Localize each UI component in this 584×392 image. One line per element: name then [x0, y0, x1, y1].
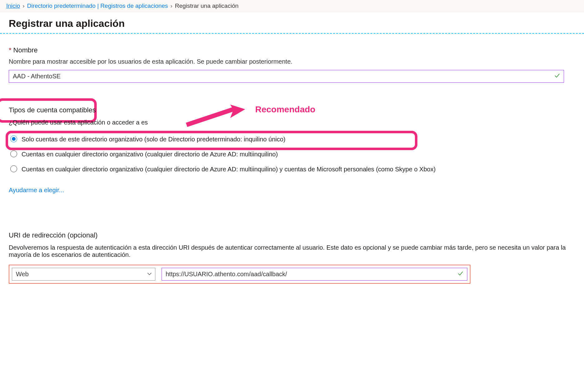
help-me-choose-link[interactable]: Ayudarme a elegir... — [9, 187, 64, 194]
name-field-label: *Nombre — [9, 46, 575, 54]
required-indicator: * — [9, 46, 12, 54]
radio-option-single-tenant[interactable]: Solo cuentas de este directorio organiza… — [9, 132, 575, 146]
redirect-uri-title: URI de redirección (opcional) — [9, 231, 575, 239]
radio-icon — [10, 165, 17, 172]
account-types-title: Tipos de cuenta compatibles — [9, 106, 575, 114]
breadcrumb-home[interactable]: Inicio — [6, 2, 20, 9]
breadcrumb: Inicio › Directorio predeterminado | Reg… — [0, 0, 584, 12]
redirect-uri-input[interactable] — [162, 268, 467, 281]
checkmark-icon — [457, 270, 464, 278]
name-input[interactable] — [9, 70, 564, 83]
annotation-highlight-uri: Web — [9, 265, 470, 284]
breadcrumb-current: Registrar una aplicación — [175, 2, 239, 9]
account-types-subtitle: ¿Quién puede usar esta aplicación o acce… — [9, 119, 575, 126]
redirect-uri-description: Devolveremos la respuesta de autenticaci… — [9, 244, 575, 258]
chevron-down-icon — [147, 271, 152, 278]
radio-icon — [10, 150, 17, 157]
checkmark-icon — [554, 72, 560, 80]
breadcrumb-app-registrations[interactable]: Directorio predeterminado | Registros de… — [27, 2, 168, 9]
radio-option-multi-tenant-personal[interactable]: Cuentas en cualquier directorio organiza… — [9, 162, 575, 176]
radio-option-multi-tenant[interactable]: Cuentas en cualquier directorio organiza… — [9, 147, 575, 161]
platform-select[interactable]: Web — [12, 268, 155, 281]
platform-select-value: Web — [16, 271, 29, 277]
chevron-right-icon: › — [22, 2, 24, 9]
chevron-right-icon: › — [170, 2, 172, 9]
name-field-hint: Nombre para mostrar accesible por los us… — [9, 58, 575, 65]
radio-icon — [10, 135, 17, 142]
page-title: Registrar una aplicación — [0, 12, 584, 33]
account-types-radio-group: Solo cuentas de este directorio organiza… — [9, 132, 575, 176]
